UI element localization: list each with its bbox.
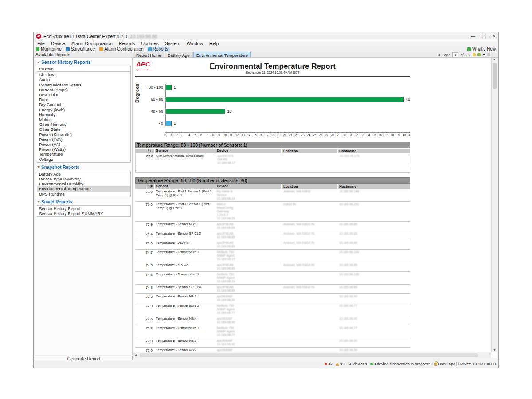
sidebar-item-power-va-[interactable]: Power (VA) — [37, 142, 130, 147]
toolbar-item-monitoring[interactable]: Monitoring — [35, 47, 63, 52]
page-number-input[interactable]: 1 — [452, 52, 458, 57]
vertical-scrollbar[interactable]: ▲▼ — [491, 58, 497, 352]
cell-sensor: Temperature - 9520TH — [155, 240, 215, 249]
status-text: 0 device discoveries in progress. — [374, 362, 432, 366]
minimize-button[interactable]: — — [471, 34, 475, 39]
device-line: My name is — [217, 190, 280, 193]
sidebar-item-sensor-history-report-summary[interactable]: Sensor History Report SUMMARY — [37, 211, 130, 216]
x-tick-label: 6 — [200, 133, 202, 137]
sidebar-item-sensor-history-report[interactable]: Sensor History Report — [37, 206, 130, 211]
cell-device: NetBotz 750SNMP Agent10.169.98.19 — [215, 250, 281, 262]
sidebar-item-communication-status[interactable]: Communication Status — [37, 82, 130, 87]
chart-bar-value: 1 — [173, 121, 176, 125]
print-icon[interactable] — [487, 53, 490, 56]
title-bar: EcoStruxure IT Data Center Expert 8.2.0 … — [34, 32, 498, 40]
export-icon[interactable] — [473, 53, 476, 56]
sidebar-item-dew-point[interactable]: Dew Point — [37, 92, 130, 97]
x-tick-label: 7 — [206, 133, 208, 137]
menu-item-window[interactable]: Window — [187, 41, 203, 46]
report-options-dropdown-icon[interactable]: ▼ — [482, 53, 485, 56]
x-tick-label: 25 — [313, 133, 316, 137]
sidebar-item-custom[interactable]: Custom — [37, 66, 130, 72]
section-header-sensor-history-reports[interactable]: Sensor History Reports — [37, 59, 131, 66]
scroll-left-icon[interactable]: ◀ — [133, 353, 137, 357]
device-line: 10.169.98.19 — [217, 258, 280, 261]
cell-location: Andover, MA 01810 IN — [282, 262, 337, 271]
whats-new-link[interactable]: What's New — [467, 47, 497, 51]
menu-item-alarm-configuration[interactable]: Alarm Configuration — [71, 41, 113, 46]
tab-environmental-temperature[interactable]: Environmental Temperature — [193, 52, 251, 57]
prev-page-icon[interactable]: ◀ — [438, 53, 440, 57]
temperature-range-table: Temperature Range: 60 - 80 (Number of Se… — [135, 177, 410, 352]
maximize-button[interactable]: ▢ — [481, 34, 485, 39]
tab-battery-age[interactable]: Battery Age — [165, 52, 193, 57]
device-line: Sensor — [217, 193, 280, 197]
cell-sensor: Temperature - Sensor SP 01:4 — [155, 285, 215, 293]
cell-hostname: 10.169.98.175 — [338, 153, 410, 166]
menu-item-system[interactable]: System — [165, 41, 180, 46]
table-row: 72.0Temperature - Sensor NB:2apc9E696F10… — [135, 348, 410, 352]
sidebar-item-other-numeric[interactable]: Other Numeric — [37, 122, 130, 127]
sidebar-item-voltage[interactable]: Voltage — [37, 157, 130, 162]
sidebar-item-air-flow[interactable]: Air Flow — [37, 72, 130, 77]
collapse-icon — [37, 62, 40, 63]
toolbar-item-alarm-configuration[interactable]: Alarm Configuration — [98, 47, 145, 52]
window-title: EcoStruxure IT Data Center Expert 8.2.0 … — [43, 34, 130, 39]
vertical-scrollbar-thumb[interactable] — [493, 63, 497, 89]
sidebar-item-other-state[interactable]: Other State — [37, 127, 130, 132]
device-line: NetBotz 750 — [217, 304, 280, 308]
device-line: 10.169.98.85 — [217, 235, 280, 239]
toolbar-item-reports[interactable]: Reports — [147, 47, 170, 52]
sidebar-item-power-watts-[interactable]: Power (Watts) — [37, 147, 130, 152]
cell-location — [282, 316, 337, 325]
ecostruxure-logo-icon — [36, 34, 41, 39]
menu-item-reports[interactable]: Reports — [119, 41, 135, 46]
cell-location — [282, 272, 337, 284]
sidebar-item-current-amps-[interactable]: Current (Amps) — [37, 87, 130, 92]
sidebar-item-environmental-temperature[interactable]: Environmental Temperature — [37, 186, 130, 191]
section-header-saved-reports[interactable]: Saved Reports — [37, 199, 131, 205]
device-line: GM-RE — [217, 158, 280, 161]
sidebar-item-temperature[interactable]: Temperature — [37, 152, 130, 156]
x-tick-label: 2 — [176, 133, 178, 137]
menu-item-file[interactable]: File — [37, 41, 45, 46]
reports-icon — [148, 47, 152, 51]
sidebar-item-battery-age[interactable]: Battery Age — [37, 172, 130, 176]
horizontal-scrollbar[interactable]: ◀ — [133, 352, 491, 358]
x-tick-label: 33 — [361, 133, 364, 137]
cell-location: Andover, MA 01810 — [282, 189, 337, 201]
menu-item-device[interactable]: Device — [51, 41, 65, 46]
cell-sensor: Temperature - Temperature 2 — [155, 303, 215, 316]
device-line: 1.23.6.4 — [217, 213, 280, 217]
section-list: Battery AgeDevice Type InventoryEnvironm… — [37, 171, 131, 197]
tab-report-home[interactable]: Report Home — [133, 52, 164, 57]
sidebar-item-door[interactable]: Door — [37, 97, 130, 102]
sidebar-item-energy-kwh-[interactable]: Energy (kWh) — [37, 107, 130, 112]
scroll-down-icon[interactable]: ▼ — [493, 348, 496, 352]
sidebar-item-dry-contact[interactable]: Dry Contact — [37, 102, 130, 107]
device-line: 10.169.98.85 — [217, 226, 280, 230]
horizontal-scrollbar-thumb[interactable] — [140, 353, 478, 357]
menu-item-help[interactable]: Help — [209, 41, 219, 46]
sidebar-item-environmental-humidity[interactable]: Environmental Humidity — [37, 181, 130, 186]
cell-temperature: 74.3 — [135, 272, 154, 284]
device-line: 10.169.98.25 — [217, 217, 280, 220]
toolbar-item-surveillance[interactable]: Surveillance — [65, 47, 96, 52]
panel-minimize-icons[interactable]: ▫ ▫ — [125, 53, 131, 56]
sidebar-item-ups-runtime[interactable]: UPS Runtime — [37, 192, 130, 196]
chart-bar — [166, 121, 172, 126]
sidebar-item-motion[interactable]: Motion — [37, 117, 130, 122]
sidebar-item-device-type-inventory[interactable]: Device Type Inventory — [37, 176, 130, 181]
save-report-icon[interactable] — [477, 53, 481, 56]
next-page-icon[interactable]: ▶ — [469, 53, 471, 57]
section-header-snapshot-reports[interactable]: Snapshot Reports — [37, 164, 131, 171]
table-row: 72.0Temperature - Sensor NB:3apc9E696F10… — [135, 338, 410, 348]
sidebar-item-power-kva-[interactable]: Power (kVA) — [37, 137, 130, 142]
cell-temperature: 73.2 — [135, 294, 154, 303]
menu-item-updates[interactable]: Updates — [141, 41, 159, 46]
close-button[interactable]: ✕ — [492, 34, 496, 39]
sidebar-item-humidity[interactable]: Humidity — [37, 112, 130, 117]
sidebar-item-power-kilowatts-[interactable]: Power (Kilowatts) — [37, 132, 130, 137]
x-tick-label: 21 — [289, 133, 292, 137]
sidebar-item-audio[interactable]: Audio — [37, 77, 130, 82]
